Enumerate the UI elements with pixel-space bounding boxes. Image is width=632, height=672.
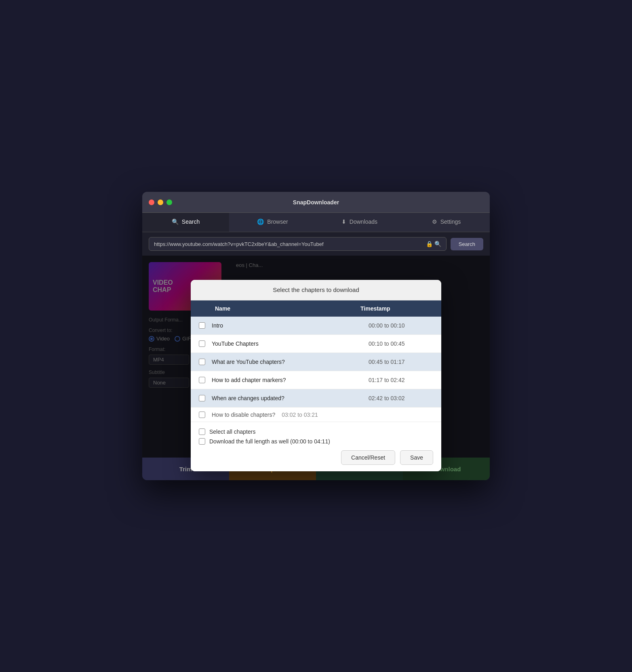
main-content: VIDEO CHAP Output Forma... Convert to: V… [142, 256, 490, 458]
chapter-row-5: When are changes updated? 02:42 to 03:02 [191, 389, 441, 407]
url-icons: 🔒 🔍 [426, 241, 441, 247]
chapter-row-3: What are YouTube chapters? 00:45 to 01:1… [191, 353, 441, 371]
tab-browser-label: Browser [267, 218, 288, 225]
full-length-option: Download the full length as well (00:00 … [199, 438, 433, 445]
modal-title: Select the chapters to download [273, 286, 359, 293]
chapter-timestamp-5: 02:42 to 03:02 [369, 395, 433, 401]
tab-downloads[interactable]: ⬇ Downloads [316, 213, 403, 232]
chapter-name-4: How to add chapter markers? [212, 377, 362, 383]
tab-downloads-label: Downloads [350, 218, 377, 225]
chapter-name-6: How to disable chapters? [212, 412, 275, 418]
search-url-button[interactable]: Search [451, 238, 483, 250]
chapter-timestamp-6: 03:02 to 03:21 [282, 412, 346, 418]
modal-buttons: Cancel/Reset Save [199, 450, 433, 465]
tab-search-label: Search [182, 218, 200, 225]
chapter-timestamp-3: 00:45 to 01:17 [369, 359, 433, 365]
url-text: https://www.youtube.com/watch?v=pvkTC2xI… [154, 241, 423, 247]
tab-browser[interactable]: 🌐 Browser [229, 213, 316, 232]
app-title: SnapDownloader [293, 199, 339, 206]
chapter-name-1: Intro [212, 322, 362, 329]
cancel-reset-button[interactable]: Cancel/Reset [341, 450, 395, 465]
minimize-button[interactable] [158, 200, 163, 205]
url-input[interactable]: https://www.youtube.com/watch?v=pvkTC2xI… [149, 237, 447, 251]
trim-label: Trim [179, 466, 192, 472]
tab-settings[interactable]: ⚙ Settings [403, 213, 490, 232]
chapter-name-3: What are YouTube chapters? [212, 359, 362, 365]
chapter-row-4: How to add chapter markers? 01:17 to 02:… [191, 371, 441, 389]
select-all-label: Select all chapters [209, 428, 255, 435]
chapter-checkbox-1[interactable] [199, 322, 205, 329]
window-controls [149, 200, 172, 205]
modal-footer: Select all chapters Download the full le… [191, 422, 441, 471]
chapter-name-2: YouTube Chapters [212, 340, 362, 347]
footer-options: Select all chapters Download the full le… [199, 428, 433, 445]
modal-overlay: Select the chapters to download Name Tim… [142, 256, 490, 458]
chapter-row-2: YouTube Chapters 00:10 to 00:45 [191, 335, 441, 353]
chapter-timestamp-1: 00:00 to 00:10 [369, 322, 433, 329]
modal-table-header: Name Timestamp [191, 300, 441, 317]
title-bar: SnapDownloader [142, 192, 490, 213]
col-name-header: Name [215, 305, 360, 312]
modal-header: Select the chapters to download [191, 280, 441, 300]
chapter-list: Intro 00:00 to 00:10 YouTube Chapters 00… [191, 317, 441, 422]
maximize-button[interactable] [166, 200, 172, 205]
select-all-checkbox[interactable] [199, 428, 205, 435]
chapter-checkbox-6[interactable] [199, 412, 205, 418]
tab-settings-label: Settings [440, 218, 461, 225]
chapters-modal: Select the chapters to download Name Tim… [191, 280, 441, 471]
col-timestamp-header: Timestamp [360, 305, 433, 312]
chapter-name-5: When are changes updated? [212, 395, 362, 401]
chapter-row-6-truncated: How to disable chapters? 03:02 to 03:21 [191, 407, 441, 422]
chapter-checkbox-2[interactable] [199, 340, 205, 347]
chapter-timestamp-2: 00:10 to 00:45 [369, 340, 433, 347]
chapter-timestamp-4: 01:17 to 02:42 [369, 377, 433, 383]
search-nav-icon: 🔍 [172, 218, 179, 225]
select-all-option: Select all chapters [199, 428, 433, 435]
browser-icon: 🌐 [257, 218, 264, 225]
nav-tabs: 🔍 Search 🌐 Browser ⬇ Downloads ⚙ Setting… [142, 213, 490, 232]
full-length-label: Download the full length as well (00:00 … [209, 438, 330, 445]
chapter-row-1: Intro 00:00 to 00:10 [191, 317, 441, 335]
full-length-checkbox[interactable] [199, 438, 205, 445]
close-button[interactable] [149, 200, 154, 205]
settings-icon: ⚙ [432, 218, 437, 225]
chapter-checkbox-4[interactable] [199, 377, 205, 383]
tab-search[interactable]: 🔍 Search [142, 213, 229, 232]
save-button[interactable]: Save [400, 450, 433, 465]
chapter-checkbox-3[interactable] [199, 359, 205, 365]
downloads-icon: ⬇ [341, 218, 346, 225]
app-window: SnapDownloader 🔍 Search 🌐 Browser ⬇ Down… [142, 192, 490, 480]
url-bar-row: https://www.youtube.com/watch?v=pvkTC2xI… [142, 232, 490, 256]
chapter-checkbox-5[interactable] [199, 395, 205, 401]
